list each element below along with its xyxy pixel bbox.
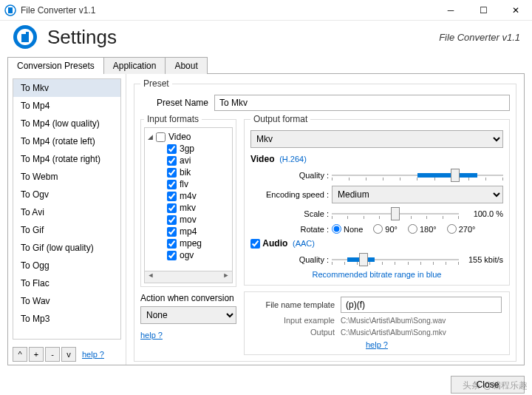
preset-name-input[interactable] xyxy=(214,95,510,111)
preset-list[interactable]: To MkvTo Mp4To Mp4 (low quality)To Mp4 (… xyxy=(13,78,121,340)
output-format-select[interactable]: Mkv xyxy=(250,130,503,148)
watermark: 头条 @编程乐趣 xyxy=(463,379,528,392)
preset-item[interactable]: To Gif xyxy=(13,221,120,239)
tree-item[interactable]: mp4 xyxy=(148,226,229,237)
output-format-legend: Output format xyxy=(250,114,310,124)
output-column: Output format Mkv Video (H.264) Quality … xyxy=(244,114,510,355)
preset-item[interactable]: To Ogv xyxy=(13,186,120,203)
video-codec-label: (H.264) xyxy=(279,155,307,163)
tab-about[interactable]: About xyxy=(165,57,207,74)
scale-label: Scale : xyxy=(250,209,332,218)
audio-quality-label: Quality : xyxy=(250,255,332,264)
main-panel: Preset Preset Name Input formats ◢ Video… xyxy=(126,74,524,365)
rotate-180[interactable]: 180° xyxy=(408,224,437,234)
preset-item[interactable]: To Mp4 (rotate right) xyxy=(13,150,120,168)
remove-preset-button[interactable]: - xyxy=(45,347,60,362)
sidebar: To MkvTo Mp4To Mp4 (low quality)To Mp4 (… xyxy=(8,74,126,365)
sidebar-footer: ^ + - v help ? xyxy=(8,344,126,365)
footer: Close xyxy=(0,373,532,395)
tree-item[interactable]: mkv xyxy=(148,202,229,214)
preset-item[interactable]: To Mp4 xyxy=(13,97,120,115)
tab-application[interactable]: Application xyxy=(103,57,166,74)
maximize-button[interactable]: ☐ xyxy=(467,0,499,21)
rotate-none[interactable]: None xyxy=(332,224,363,234)
bitrate-note: Recommended bitrate range in blue xyxy=(250,270,503,279)
template-name-input[interactable] xyxy=(341,297,502,313)
action-label: Action when conversion xyxy=(140,293,236,303)
rotate-radio-group: None 90° 180° 270° xyxy=(332,224,475,234)
output-example-value: C:\Music\Artist\Album\Song.mkv xyxy=(341,328,502,337)
input-formats-column: Input formats ◢ Video 3gp avi bik flv m4… xyxy=(140,114,236,355)
video-section-label: Video xyxy=(250,154,274,164)
tab-bar: Conversion Presets Application About xyxy=(0,56,532,73)
preset-legend: Preset xyxy=(140,78,172,89)
action-help-link[interactable]: help ? xyxy=(140,331,163,340)
scale-slider[interactable] xyxy=(332,206,459,222)
input-formats-legend: Input formats xyxy=(144,114,202,124)
tree-item[interactable]: avi xyxy=(148,155,229,166)
preset-name-label: Preset Name xyxy=(140,98,214,108)
tree-item[interactable]: 3gp xyxy=(148,143,229,155)
tree-item[interactable]: ogv xyxy=(148,249,229,261)
titlebar: File Converter v1.1 ─ ☐ ✕ xyxy=(0,0,532,21)
action-box: Action when conversion None xyxy=(140,293,236,324)
input-formats-tree[interactable]: ◢ Video 3gp avi bik flv m4v mkv mov mp4 … xyxy=(144,127,233,271)
svg-rect-5 xyxy=(21,32,26,34)
sidebar-help-link[interactable]: help ? xyxy=(82,350,104,359)
version-label: File Converter v1.1 xyxy=(439,32,520,43)
window-controls: ─ ☐ ✕ xyxy=(434,0,532,21)
tree-item[interactable]: mpeg xyxy=(148,237,229,249)
audio-checkbox[interactable] xyxy=(250,239,260,249)
tree-root[interactable]: ◢ Video xyxy=(148,131,229,143)
preset-item[interactable]: To Mp4 (low quality) xyxy=(13,115,120,132)
rotate-label: Rotate : xyxy=(250,225,332,234)
input-example-value: C:\Music\Artist\Album\Song.wav xyxy=(341,317,502,325)
content: To MkvTo Mp4To Mp4 (low quality)To Mp4 (… xyxy=(7,73,525,365)
rotate-270[interactable]: 270° xyxy=(447,224,476,234)
move-up-button[interactable]: ^ xyxy=(13,347,27,362)
preset-item[interactable]: To Gif (low quality) xyxy=(13,239,120,257)
tree-item[interactable]: m4v xyxy=(148,190,229,202)
scale-value: 100.0 % xyxy=(459,209,503,218)
preset-item[interactable]: To Mp3 xyxy=(13,310,120,328)
preset-item[interactable]: To Webm xyxy=(13,168,120,186)
close-button[interactable]: ✕ xyxy=(499,0,532,21)
svg-rect-1 xyxy=(8,7,13,13)
add-preset-button[interactable]: + xyxy=(29,347,44,362)
template-name-label: File name template xyxy=(252,300,341,309)
tree-item[interactable]: flv xyxy=(148,178,229,190)
rotate-90[interactable]: 90° xyxy=(373,224,398,234)
preset-item[interactable]: To Wav xyxy=(13,292,120,310)
move-down-button[interactable]: v xyxy=(61,347,76,362)
minimize-button[interactable]: ─ xyxy=(434,0,467,21)
audio-quality-slider[interactable] xyxy=(332,251,459,268)
audio-quality-value: 155 kbit/s xyxy=(459,255,503,264)
audio-codec-label: (AAC) xyxy=(293,239,315,248)
encoding-speed-label: Encoding speed : xyxy=(250,190,332,199)
preset-item[interactable]: To Mp4 (rotate left) xyxy=(13,132,120,150)
window-title: File Converter v1.1 xyxy=(21,5,434,16)
encoding-speed-select[interactable]: Medium xyxy=(332,186,503,203)
output-format-fieldset: Output format Mkv Video (H.264) Quality … xyxy=(244,114,510,286)
action-select[interactable]: None xyxy=(140,306,236,324)
template-box: File name template Input example C:\Musi… xyxy=(244,291,510,355)
tree-item[interactable]: bik xyxy=(148,166,229,178)
template-help-link[interactable]: help ? xyxy=(366,340,388,349)
preset-item[interactable]: To Avi xyxy=(13,203,120,221)
input-formats-fieldset: Input formats ◢ Video 3gp avi bik flv m4… xyxy=(140,114,236,287)
preset-fieldset: Preset Preset Name Input formats ◢ Video… xyxy=(134,78,516,362)
output-example-label: Output xyxy=(252,328,341,337)
audio-section-label: Audio xyxy=(262,238,287,249)
preset-item[interactable]: To Mkv xyxy=(13,79,120,97)
input-example-label: Input example xyxy=(252,316,341,325)
tree-hscroll[interactable]: ◄► xyxy=(144,271,233,283)
logo-icon xyxy=(12,24,38,50)
header: Settings File Converter v1.1 xyxy=(0,21,532,56)
app-icon xyxy=(4,4,16,16)
preset-item[interactable]: To Ogg xyxy=(13,257,120,274)
tree-item[interactable]: mov xyxy=(148,214,229,226)
video-quality-label: Quality : xyxy=(250,171,332,180)
preset-item[interactable]: To Flac xyxy=(13,274,120,292)
tab-conversion-presets[interactable]: Conversion Presets xyxy=(7,57,104,74)
video-quality-slider[interactable] xyxy=(332,167,503,183)
